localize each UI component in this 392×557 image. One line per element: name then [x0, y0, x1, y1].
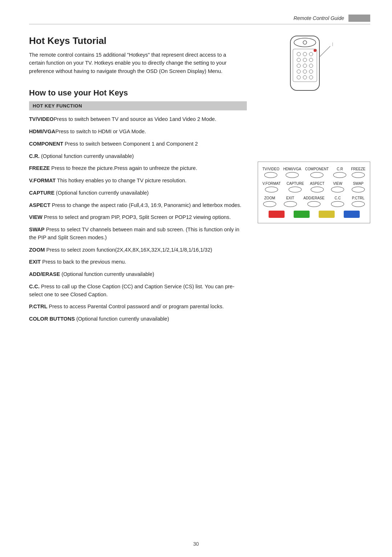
key-name: HDMI/VGA	[29, 129, 56, 134]
key-entry: FREEZE Press to freeze the picture.Press…	[29, 164, 243, 172]
button-oval	[307, 201, 320, 207]
key-name: ADD/ERASE	[29, 271, 60, 277]
section-title: How to use your Hot Keys	[29, 88, 247, 98]
button-oval	[333, 172, 346, 178]
button-label: HDMI/VGA	[283, 167, 301, 171]
button-oval	[352, 172, 365, 178]
svg-point-12	[309, 64, 313, 68]
key-name: SWAP	[29, 227, 45, 232]
button-label: TV/VIDEO	[262, 167, 279, 171]
key-name: P.CTRL	[29, 304, 48, 309]
key-entry: ASPECT Press to change the aspect ratio …	[29, 202, 243, 210]
key-entry: COMPONENT Press to switch between Compon…	[29, 140, 243, 148]
button-label: ZOOM	[264, 196, 275, 200]
key-entry: CAPTURE (Optional function currently una…	[29, 189, 243, 197]
button-label: VIEW	[333, 182, 343, 186]
svg-point-19	[314, 49, 317, 52]
key-entry: ADD/ERASE (Optional function currently u…	[29, 271, 243, 278]
svg-point-17	[303, 76, 307, 79]
button-cell: SWAP	[351, 182, 366, 192]
button-label: C.C	[335, 196, 341, 200]
button-cell: EXIT	[283, 196, 298, 207]
key-entries-container: TV/VIDEOPress to switch between TV and s…	[29, 115, 247, 323]
button-cell: V.FORMAT	[262, 182, 281, 192]
button-cell: HDMI/VGA	[283, 167, 301, 178]
button-oval	[331, 201, 344, 207]
button-oval	[311, 187, 324, 192]
button-cell: P.CTRL	[351, 196, 366, 207]
button-oval	[310, 172, 323, 178]
svg-point-5	[303, 52, 307, 56]
color-button-row	[262, 211, 366, 218]
remote-svg: |	[258, 35, 352, 99]
key-name: C.C.	[29, 284, 40, 289]
button-oval	[263, 201, 276, 207]
button-cell: ADD/ERASE	[303, 196, 324, 207]
page-title: Hot Keys Tutorial	[29, 35, 247, 46]
key-name: ZOOM	[29, 247, 45, 253]
intro-text: The remote control contains 15 additiona…	[29, 51, 240, 75]
right-column: | TV/VIDEOHDMI/VGACOMPONENTC.RFREEZEV.FO…	[258, 35, 370, 328]
red-color-button	[269, 211, 285, 218]
svg-line-20	[319, 46, 330, 57]
key-entry: ZOOM Press to select zoom function(2X,4X…	[29, 246, 243, 254]
button-label: P.CTRL	[352, 196, 364, 200]
svg-rect-3	[293, 49, 317, 82]
svg-point-15	[309, 70, 313, 73]
main-content: Hot Keys Tutorial The remote control con…	[29, 35, 370, 328]
button-cell: FREEZE	[351, 167, 366, 178]
button-cell: COMPONENT	[305, 167, 329, 178]
button-label: COMPONENT	[305, 167, 329, 171]
button-cell: ASPECT	[310, 182, 324, 192]
button-label: CAPTURE	[287, 182, 304, 186]
svg-point-18	[309, 76, 313, 79]
button-row: TV/VIDEOHDMI/VGACOMPONENTC.RFREEZE	[262, 167, 366, 178]
key-entry: V.FORMAT This hotkey enables yo to chang…	[29, 177, 243, 185]
button-oval	[286, 172, 299, 178]
button-row: ZOOMEXITADD/ERASEC.CP.CTRL	[262, 196, 366, 207]
key-name: COLOR BUTTONS	[29, 316, 75, 322]
svg-point-16	[297, 76, 301, 79]
svg-point-14	[303, 70, 307, 73]
blue-color-button	[344, 211, 360, 218]
key-entry: TV/VIDEOPress to switch between TV and s…	[29, 115, 243, 123]
key-entry: COLOR BUTTONS (Optional function current…	[29, 315, 243, 323]
button-oval	[264, 172, 277, 178]
key-name: TV/VIDEO	[29, 116, 54, 122]
button-cell: ZOOM	[262, 196, 277, 207]
remote-illustration: |	[258, 35, 352, 100]
button-cell: C.C	[330, 196, 345, 207]
button-oval	[352, 201, 365, 207]
button-label: V.FORMAT	[262, 182, 281, 186]
green-color-button	[294, 211, 310, 218]
button-cell: C.R	[332, 167, 347, 178]
key-name: EXIT	[29, 259, 41, 265]
hot-key-function-bar: HOT KEY FUNCTION	[29, 101, 247, 110]
key-name: CAPTURE	[29, 190, 54, 196]
button-label: ASPECT	[310, 182, 324, 186]
button-label: C.R	[337, 167, 343, 171]
svg-point-7	[297, 58, 301, 62]
svg-point-10	[297, 64, 301, 68]
header-bar: Remote Control Guide	[29, 15, 370, 24]
button-row: V.FORMATCAPTUREASPECTVIEWSWAP	[262, 182, 366, 192]
key-entry: HDMI/VGAPress to switch to HDMI or VGA M…	[29, 128, 243, 136]
key-entry: P.CTRL Press to access Parental Control …	[29, 303, 243, 311]
svg-point-1	[294, 38, 316, 47]
yellow-color-button	[319, 211, 335, 218]
key-name: ASPECT	[29, 202, 50, 208]
button-cell: TV/VIDEO	[262, 167, 279, 178]
button-oval	[284, 201, 297, 207]
button-oval	[289, 187, 302, 192]
svg-text:|: |	[332, 42, 333, 46]
svg-point-13	[297, 70, 301, 73]
key-name: VIEW	[29, 214, 42, 220]
key-entry: SWAP Press to select TV channels between…	[29, 226, 243, 242]
button-label: SWAP	[353, 182, 363, 186]
button-oval	[265, 187, 278, 192]
key-name: C.R.	[29, 153, 40, 159]
svg-point-8	[303, 58, 307, 62]
svg-point-2	[303, 41, 307, 44]
left-column: Hot Keys Tutorial The remote control con…	[29, 35, 247, 328]
page-number: 30	[193, 541, 199, 547]
